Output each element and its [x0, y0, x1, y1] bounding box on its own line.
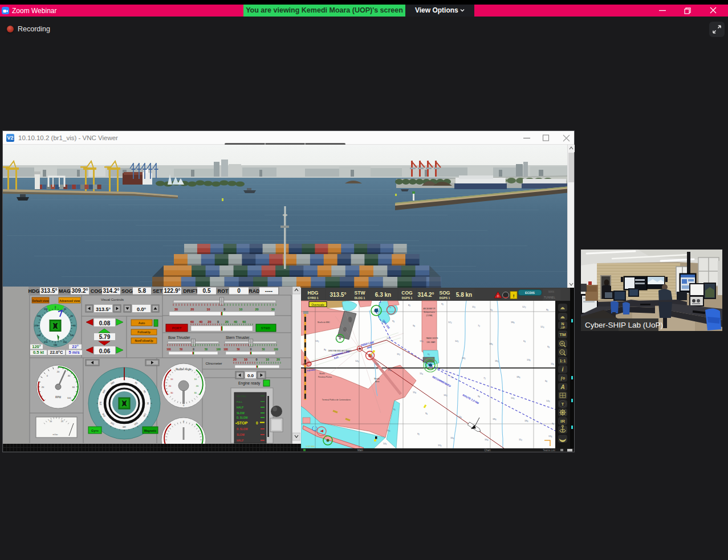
svg-text:309.2°: 309.2°: [71, 288, 88, 294]
svg-text:Anse: Anse: [375, 381, 379, 383]
svg-text:5 m/s: 5 m/s: [68, 350, 79, 355]
svg-text:0.5: 0.5: [203, 288, 211, 294]
svg-text:Default view: Default view: [32, 299, 48, 303]
svg-text:0.0°: 0.0°: [137, 306, 147, 312]
svg-text:D. SLOW: D. SLOW: [237, 416, 248, 419]
svg-text:30: 30: [64, 308, 67, 310]
svg-text:Stern Thruster: Stern Thruster: [226, 336, 250, 340]
svg-text:SLOW: SLOW: [237, 434, 245, 436]
svg-text:Magnetic: Magnetic: [144, 429, 157, 432]
svg-text:30: 30: [271, 308, 275, 311]
svg-text:Visual Controls: Visual Controls: [101, 298, 124, 301]
svg-text:DLOG 1: DLOG 1: [355, 296, 365, 300]
svg-text:20: 20: [169, 385, 172, 387]
svg-text:NonFollowUp: NonFollowUp: [135, 339, 153, 342]
svg-text:Multiportuario: Multiportuario: [424, 311, 435, 313]
svg-text:150: 150: [63, 341, 67, 344]
svg-text:N: N: [561, 322, 564, 326]
svg-text:50: 50: [237, 348, 240, 351]
svg-text:313.5°: 313.5°: [40, 288, 57, 294]
svg-text:NAV. FULL: NAV. FULL: [237, 395, 246, 398]
svg-text:120°: 120°: [32, 344, 41, 349]
svg-text:50: 50: [180, 348, 183, 351]
svg-text:DGPS 1: DGPS 1: [440, 296, 450, 300]
svg-text:Teams List: Teams List: [543, 449, 555, 452]
svg-text:30: 30: [194, 391, 197, 394]
svg-text:0: 0: [256, 421, 258, 425]
svg-text:240: 240: [37, 334, 41, 337]
svg-text:20: 20: [42, 386, 44, 389]
svg-text:Main: Main: [357, 449, 363, 452]
svg-text:100: 100: [67, 397, 71, 399]
svg-text:1:12 000: 1:12 000: [306, 445, 315, 448]
svg-text:PASEO ESTE: PASEO ESTE: [426, 337, 438, 340]
svg-text:100: 100: [216, 348, 221, 351]
svg-text:Engine ready: Engine ready: [238, 381, 261, 386]
svg-text:60: 60: [242, 320, 246, 324]
svg-text:Terminal Publico de Contenedor: Terminal Publico de Contenedores: [322, 399, 351, 401]
svg-text:0.06: 0.06: [99, 348, 111, 354]
svg-text:0: 0: [217, 320, 219, 324]
svg-text:5.8 kn: 5.8 kn: [456, 292, 472, 298]
svg-text:Gyro: Gyro: [91, 429, 99, 432]
svg-text:313.5°: 313.5°: [96, 306, 111, 312]
svg-text:314.2°: 314.2°: [417, 292, 434, 298]
svg-text:STBD: STBD: [261, 326, 271, 330]
svg-text:20: 20: [255, 308, 258, 311]
svg-text:60: 60: [72, 386, 75, 389]
svg-text:DRIFT: DRIFT: [183, 288, 198, 294]
svg-text:10: 10: [50, 420, 52, 423]
svg-text:SLOW: SLOW: [237, 412, 245, 415]
svg-text:ANCA MAYOR: ANCA MAYOR: [423, 308, 436, 310]
svg-text:ROT: ROT: [218, 288, 229, 294]
svg-text:20: 20: [233, 358, 237, 361]
svg-text:HDG: HDG: [308, 290, 319, 296]
svg-text:TM: TM: [559, 332, 566, 337]
svg-text:Clinometer: Clinometer: [205, 362, 222, 365]
svg-text:(CUBA): (CUBA): [426, 314, 433, 317]
svg-text:50: 50: [205, 348, 208, 351]
svg-text:Chart: Chart: [484, 449, 491, 452]
svg-text:Muelle: Muelle: [319, 373, 325, 375]
svg-text:1:1: 1:1: [560, 358, 566, 363]
svg-text:40: 40: [68, 374, 71, 377]
svg-text:20: 20: [276, 358, 280, 361]
svg-text:122.9°: 122.9°: [164, 288, 180, 294]
svg-text:22°: 22°: [72, 344, 78, 349]
svg-text:270: 270: [99, 401, 102, 405]
svg-text:DGPS 1: DGPS 1: [402, 296, 413, 300]
svg-text:100: 100: [166, 348, 171, 351]
svg-text:D. SLOW: D. SLOW: [237, 428, 248, 431]
svg-text:ƒo: ƒo: [560, 376, 565, 381]
svg-text:HDG: HDG: [29, 288, 40, 294]
svg-text:Petrolero Pecliza: Petrolero Pecliza: [318, 376, 332, 378]
svg-text:DEMORA SIMULACION 500: DEMORA SIMULACION 500: [328, 350, 352, 352]
svg-text:20: 20: [208, 320, 211, 324]
svg-text:DEL MAR: DEL MAR: [427, 341, 436, 344]
svg-text:22.0°C: 22.0°C: [50, 350, 63, 355]
svg-text:270: 270: [34, 324, 38, 327]
svg-text:10: 10: [207, 308, 210, 311]
svg-text:330: 330: [44, 308, 48, 310]
svg-text:10: 10: [170, 378, 173, 381]
svg-text:RAD: RAD: [249, 288, 260, 294]
svg-text:30: 30: [174, 308, 178, 311]
svg-text:100: 100: [223, 348, 228, 351]
svg-text:Cyber-SHIP Lab (UoP): Cyber-SHIP Lab (UoP): [585, 321, 663, 329]
svg-text:ECDIS: ECDIS: [525, 291, 535, 295]
svg-text:i: i: [562, 366, 564, 373]
svg-text:RPM: RPM: [55, 396, 61, 399]
svg-text:0.0: 0.0: [247, 373, 254, 378]
svg-text:IR: IR: [560, 419, 565, 424]
svg-text:10: 10: [194, 378, 197, 381]
svg-text:FollowUp: FollowUp: [137, 330, 151, 334]
svg-text:Muelle: Muelle: [374, 378, 380, 380]
svg-text:SOG: SOG: [121, 288, 133, 294]
svg-text:SET: SET: [153, 288, 163, 294]
svg-text:COG: COG: [401, 290, 413, 296]
svg-text:Bow Thruster: Bow Thruster: [168, 336, 190, 340]
svg-text:210: 210: [44, 341, 48, 344]
svg-text:FULL: FULL: [237, 400, 243, 403]
svg-text:TUNNEL: TUNNEL: [544, 296, 555, 299]
svg-text:HALF: HALF: [237, 406, 243, 409]
